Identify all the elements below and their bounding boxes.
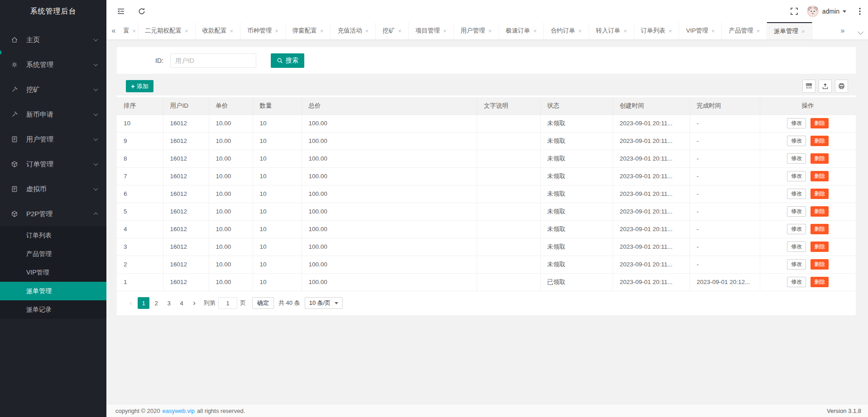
sidebar-item[interactable]: 挖矿 — [0, 77, 106, 102]
collapse-sidebar-icon[interactable] — [116, 7, 125, 16]
tab-close-icon[interactable]: × — [533, 28, 537, 34]
cell-qty: 10 — [253, 203, 302, 220]
user-dropdown-caret-icon[interactable] — [843, 10, 846, 13]
tab[interactable]: 项目管理× — [409, 22, 454, 39]
sidebar-item[interactable]: P2P管理 — [0, 201, 106, 226]
tab[interactable]: 充值活动× — [331, 22, 376, 39]
page-number-button[interactable]: 2 — [150, 297, 162, 309]
tab-scroll-left-icon[interactable]: « — [107, 22, 120, 39]
sidebar-item[interactable]: 虚拟币 — [0, 176, 106, 201]
username[interactable]: admin — [822, 8, 839, 15]
more-menu-icon[interactable] — [855, 7, 863, 16]
tab-close-icon[interactable]: × — [320, 28, 324, 34]
tab-label: 合约订单 — [551, 27, 575, 35]
delete-button[interactable]: 删除 — [810, 242, 829, 252]
delete-button[interactable]: 删除 — [810, 259, 829, 270]
tab-close-icon[interactable]: × — [398, 28, 402, 34]
tab-close-icon[interactable]: × — [669, 28, 672, 34]
tab[interactable]: 合约订单× — [544, 22, 589, 39]
tab-close-icon[interactable]: × — [275, 28, 278, 34]
tab-close-icon[interactable]: × — [801, 28, 805, 35]
page-next-button[interactable]: › — [188, 297, 200, 309]
delete-button[interactable]: 删除 — [810, 277, 829, 287]
columns-filter-icon[interactable] — [802, 80, 815, 93]
add-button[interactable]: + 添加 — [126, 80, 153, 92]
page-number-button[interactable]: 1 — [138, 297, 149, 309]
tab[interactable]: 弹窗配置× — [286, 22, 331, 39]
tab-close-icon[interactable]: × — [133, 28, 136, 34]
tab[interactable]: 极速订单× — [499, 22, 544, 39]
tab-close-icon[interactable]: × — [756, 28, 760, 34]
tab[interactable]: 转入订单× — [589, 22, 634, 39]
tab[interactable]: VIP管理× — [679, 22, 722, 39]
page-size-select[interactable]: 10 条/页 — [305, 297, 343, 309]
edit-button[interactable]: 修改 — [787, 206, 806, 217]
tab-dropdown-icon[interactable] — [858, 29, 863, 35]
sidebar-item[interactable]: 用户管理 — [0, 127, 106, 152]
tab-scroll-right-icon[interactable]: » — [836, 22, 849, 39]
tab[interactable]: 派单管理× — [767, 22, 812, 39]
sidebar-item[interactable]: 系统管理 — [0, 52, 106, 77]
sidebar-subitem[interactable]: 派单管理 — [0, 282, 106, 300]
confirm-button[interactable]: 确定 — [252, 297, 274, 309]
tab[interactable]: 产品管理× — [722, 22, 767, 39]
sidebar-subitem[interactable]: 订单列表 — [0, 226, 106, 245]
sidebar-item[interactable]: 新币申请 — [0, 102, 106, 127]
edit-button[interactable]: 修改 — [787, 242, 806, 252]
tab-close-icon[interactable]: × — [711, 28, 715, 34]
edit-button[interactable]: 修改 — [787, 171, 806, 181]
tab[interactable]: 挖矿× — [376, 22, 409, 39]
cell-total: 100.00 — [302, 185, 477, 203]
edit-button[interactable]: 修改 — [787, 224, 806, 234]
tab[interactable]: 收款配置× — [196, 22, 241, 39]
footer-link[interactable]: easyweb.vip — [162, 408, 195, 414]
tab[interactable]: 订单列表× — [634, 22, 680, 39]
tab-close-icon[interactable]: × — [365, 28, 369, 34]
delete-button[interactable]: 删除 — [810, 206, 829, 217]
print-icon[interactable] — [835, 80, 848, 93]
delete-button[interactable]: 删除 — [810, 136, 829, 146]
edit-button[interactable]: 修改 — [787, 136, 806, 146]
fullscreen-icon[interactable] — [790, 7, 799, 16]
tab-close-icon[interactable]: × — [623, 28, 627, 34]
delete-button[interactable]: 删除 — [810, 118, 829, 128]
cell-status: 未领取 — [540, 238, 613, 256]
delete-button[interactable]: 删除 — [810, 189, 829, 199]
page-number-button[interactable]: 3 — [163, 297, 175, 309]
sidebar-subitem[interactable]: VIP管理 — [0, 263, 106, 282]
sidebar-item[interactable]: 主页 — [0, 27, 106, 52]
edit-button[interactable]: 修改 — [787, 259, 806, 270]
delete-button[interactable]: 删除 — [810, 153, 829, 164]
tab-close-icon[interactable]: × — [230, 28, 234, 34]
delete-button[interactable]: 删除 — [810, 224, 829, 234]
edit-button[interactable]: 修改 — [787, 153, 806, 164]
export-icon[interactable] — [819, 80, 832, 93]
tab[interactable]: 币种管理× — [240, 22, 286, 39]
cell-sort: 8 — [117, 150, 163, 167]
page-jump-input[interactable] — [218, 297, 237, 309]
delete-button[interactable]: 删除 — [810, 171, 829, 181]
sidebar-item[interactable]: 订单管理 — [0, 152, 106, 176]
tab-close-icon[interactable]: × — [443, 28, 447, 34]
edit-button[interactable]: 修改 — [787, 189, 806, 199]
tab[interactable]: 二元期权配置× — [138, 22, 196, 39]
edit-button[interactable]: 修改 — [787, 277, 806, 287]
cell-total: 100.00 — [302, 203, 477, 220]
edit-button[interactable]: 修改 — [787, 118, 806, 128]
cell-sort: 3 — [117, 238, 163, 256]
tab-label: 派单管理 — [774, 27, 798, 35]
table-row: 51601210.0010100.00未领取2023-09-01 20:11..… — [117, 203, 856, 220]
tab-close-icon[interactable]: × — [578, 28, 582, 34]
sidebar-subitem[interactable]: 产品管理 — [0, 245, 106, 263]
page-number-button[interactable]: 4 — [176, 297, 187, 309]
search-input[interactable] — [170, 53, 256, 68]
tab-close-icon[interactable]: × — [488, 28, 492, 34]
avatar[interactable] — [807, 5, 819, 17]
sidebar-subitem[interactable]: 派单记录 — [0, 300, 106, 319]
search-button[interactable]: 搜索 — [271, 53, 304, 68]
tab[interactable]: 置× — [120, 22, 138, 39]
tab-close-icon[interactable]: × — [185, 28, 188, 34]
page-prev-button[interactable]: ‹ — [125, 297, 137, 309]
tab[interactable]: 用户管理× — [454, 22, 499, 39]
refresh-icon[interactable] — [137, 7, 146, 16]
